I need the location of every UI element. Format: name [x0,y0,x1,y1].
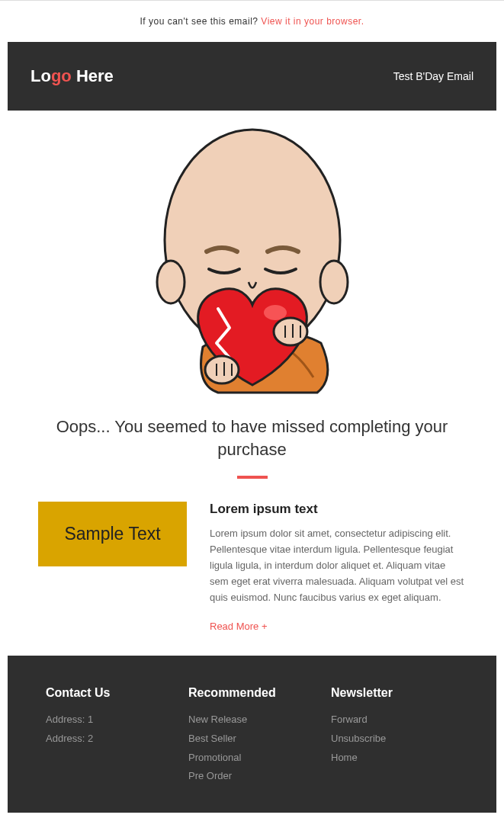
view-in-browser-link[interactable]: View it in your browser. [261,16,364,27]
preheader-text: If you can't see this email? [140,16,261,27]
footer-link[interactable]: Forward [331,711,458,730]
footer-link[interactable]: Home [331,749,458,768]
logo-accent: go [51,66,72,85]
footer-title-recommended: Recommended [188,686,316,700]
read-more-link[interactable]: Read More + [210,621,268,632]
logo-part1: Lo [30,66,51,85]
footer-item: Address: 2 [46,730,173,749]
footer-link[interactable]: Best Seller [188,730,316,749]
footer-link[interactable]: Pre Order [188,767,316,786]
footer-col-recommended: Recommended New Release Best Seller Prom… [188,686,316,786]
footer-link[interactable]: New Release [188,711,316,730]
footer-title-newsletter: Newsletter [331,686,458,700]
headline-divider [237,476,268,479]
svg-point-2 [320,261,348,303]
sample-image-placeholder: Sample Text [38,502,187,566]
bottom-bar: Copyright © 2016 Email Monks, All rights… [0,813,504,818]
article-column: Lorem ipsum text Lorem ipsum dolor sit a… [210,502,466,633]
article-body: Lorem ipsum dolor sit amet, consectetur … [210,526,466,605]
footer: Contact Us Address: 1 Address: 2 Recomme… [8,656,496,813]
footer-link[interactable]: Unsubscribe [331,730,458,749]
hero-image [0,111,504,400]
content-row: Sample Text Lorem ipsum text Lorem ipsum… [0,502,504,656]
logo[interactable]: Logo Here [30,66,114,86]
email-header: Logo Here Test B'Day Email [8,42,496,111]
main-headline: Oops... You seemed to have missed comple… [0,400,504,468]
header-right-text: Test B'Day Email [393,70,474,82]
article-title: Lorem ipsum text [210,502,466,517]
svg-point-3 [264,305,287,320]
svg-point-5 [274,318,307,345]
footer-col-contact: Contact Us Address: 1 Address: 2 [46,686,173,786]
footer-col-newsletter: Newsletter Forward Unsubscribe Home [331,686,458,786]
logo-part2: Here [72,66,114,85]
svg-point-1 [157,261,185,303]
preheader: If you can't see this email? View it in … [0,1,504,42]
footer-item: Address: 1 [46,711,173,730]
footer-title-contact: Contact Us [46,686,173,700]
monk-heart-illustration [119,118,386,400]
svg-point-4 [205,356,239,383]
footer-link[interactable]: Promotional [188,749,316,768]
